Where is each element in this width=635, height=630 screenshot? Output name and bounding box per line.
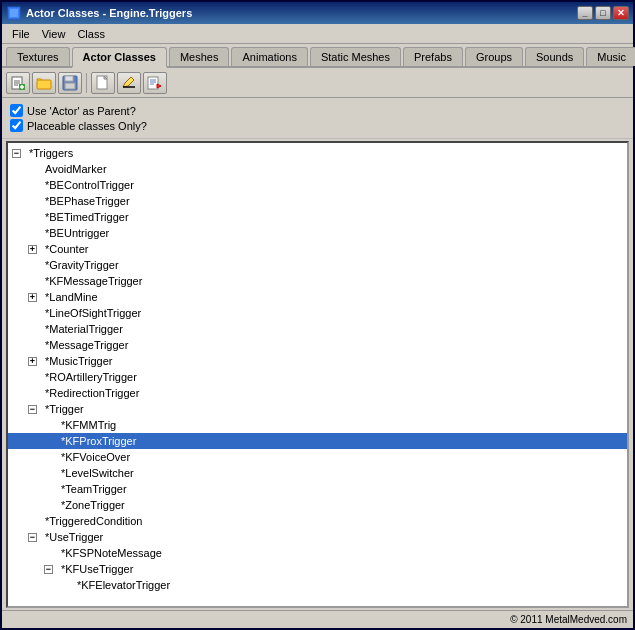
compile-button[interactable] bbox=[143, 72, 167, 94]
tree-expander[interactable]: − bbox=[28, 533, 37, 542]
tree-expander[interactable]: − bbox=[12, 149, 21, 158]
file-menu[interactable]: File bbox=[6, 26, 36, 42]
close-button[interactable]: ✕ bbox=[613, 6, 629, 20]
tree-item[interactable]: +*MusicTrigger bbox=[8, 353, 627, 369]
open-button[interactable] bbox=[32, 72, 56, 94]
tree-item[interactable]: *KFMMTrig bbox=[8, 417, 627, 433]
tab-actor-classes[interactable]: Actor Classes bbox=[72, 47, 167, 68]
tree-item[interactable]: *LevelSwitcher bbox=[8, 465, 627, 481]
tree-label: *Triggers bbox=[27, 147, 75, 159]
tree-item[interactable]: *TeamTrigger bbox=[8, 481, 627, 497]
tree-item[interactable]: *GravityTrigger bbox=[8, 257, 627, 273]
tree-label: *MaterialTrigger bbox=[43, 323, 125, 335]
tab-prefabs[interactable]: Prefabs bbox=[403, 47, 463, 66]
tree-label: *UseTrigger bbox=[43, 531, 105, 543]
tree-item[interactable]: *KFMessageTrigger bbox=[8, 273, 627, 289]
main-window: Actor Classes - Engine.Triggers _ □ ✕ Fi… bbox=[0, 0, 635, 630]
tree-expander[interactable]: + bbox=[28, 357, 37, 366]
placeable-only-checkbox[interactable] bbox=[10, 119, 23, 132]
tab-meshes[interactable]: Meshes bbox=[169, 47, 230, 66]
tree-item[interactable]: −*Triggers bbox=[8, 145, 627, 161]
new-file-button[interactable] bbox=[91, 72, 115, 94]
tree-label: *KFElevatorTrigger bbox=[75, 579, 172, 591]
tree-item[interactable]: *KFProxTrigger bbox=[8, 433, 627, 449]
tree-item[interactable]: *TriggeredCondition bbox=[8, 513, 627, 529]
tree-label: *BETimedTrigger bbox=[43, 211, 131, 223]
new-class-button[interactable] bbox=[6, 72, 30, 94]
tree-item[interactable]: *BEPhaseTrigger bbox=[8, 193, 627, 209]
tree-label: *RedirectionTrigger bbox=[43, 387, 141, 399]
tree-item[interactable]: *LineOfSightTrigger bbox=[8, 305, 627, 321]
tree-item[interactable]: −*Trigger bbox=[8, 401, 627, 417]
tree-expander[interactable]: + bbox=[28, 245, 37, 254]
save-button[interactable] bbox=[58, 72, 82, 94]
view-menu[interactable]: View bbox=[36, 26, 72, 42]
tree-item[interactable]: *BETimedTrigger bbox=[8, 209, 627, 225]
tab-static-meshes[interactable]: Static Meshes bbox=[310, 47, 401, 66]
tree-label: *KFVoiceOver bbox=[59, 451, 132, 463]
tree-label: *KFSPNoteMessage bbox=[59, 547, 164, 559]
minimize-button[interactable]: _ bbox=[577, 6, 593, 20]
edit-button[interactable] bbox=[117, 72, 141, 94]
tab-sounds[interactable]: Sounds bbox=[525, 47, 584, 66]
tree-item[interactable]: AvoidMarker bbox=[8, 161, 627, 177]
svg-marker-19 bbox=[157, 84, 161, 88]
tree-expander[interactable]: − bbox=[44, 565, 53, 574]
tree-container[interactable]: −*TriggersAvoidMarker*BEControlTrigger*B… bbox=[6, 141, 629, 608]
app-icon bbox=[6, 5, 22, 21]
window-controls: _ □ ✕ bbox=[577, 6, 629, 20]
tabs-container: Textures Actor Classes Meshes Animations… bbox=[2, 44, 633, 68]
class-menu[interactable]: Class bbox=[71, 26, 111, 42]
placeable-only-label[interactable]: Placeable classes Only? bbox=[27, 120, 147, 132]
tree-label: AvoidMarker bbox=[43, 163, 109, 175]
tree-item[interactable]: *BEUntrigger bbox=[8, 225, 627, 241]
copyright-text: © 2011 MetalMedved.com bbox=[510, 614, 627, 625]
use-actor-label[interactable]: Use 'Actor' as Parent? bbox=[27, 105, 136, 117]
tab-animations[interactable]: Animations bbox=[231, 47, 307, 66]
tree-label: *BEPhaseTrigger bbox=[43, 195, 132, 207]
tree-label: *LandMine bbox=[43, 291, 100, 303]
tree-label: *KFProxTrigger bbox=[59, 435, 138, 447]
tree-item[interactable]: *RedirectionTrigger bbox=[8, 385, 627, 401]
tree-label: *ROArtilleryTrigger bbox=[43, 371, 139, 383]
tree-label: *KFUseTrigger bbox=[59, 563, 135, 575]
tree-item[interactable]: −*KFUseTrigger bbox=[8, 561, 627, 577]
svg-rect-9 bbox=[37, 80, 51, 89]
content-area: Use 'Actor' as Parent? Placeable classes… bbox=[2, 68, 633, 628]
toolbar-separator-1 bbox=[86, 73, 87, 93]
tree-expander[interactable]: + bbox=[28, 293, 37, 302]
tree-label: *KFMMTrig bbox=[59, 419, 118, 431]
checks-area: Use 'Actor' as Parent? Placeable classes… bbox=[2, 98, 633, 139]
tree-label: *BEControlTrigger bbox=[43, 179, 136, 191]
tree-item[interactable]: *KFVoiceOver bbox=[8, 449, 627, 465]
tab-textures[interactable]: Textures bbox=[6, 47, 70, 66]
tree-item[interactable]: −*UseTrigger bbox=[8, 529, 627, 545]
tree-item[interactable]: *ZoneTrigger bbox=[8, 497, 627, 513]
tree-label: *TriggeredCondition bbox=[43, 515, 144, 527]
tree-item[interactable]: *KFElevatorTrigger bbox=[8, 577, 627, 593]
tree-expander[interactable]: − bbox=[28, 405, 37, 414]
placeable-only-row: Placeable classes Only? bbox=[10, 119, 625, 132]
tree-item[interactable]: +*Counter bbox=[8, 241, 627, 257]
tree-item[interactable]: *BEControlTrigger bbox=[8, 177, 627, 193]
tree-label: *LevelSwitcher bbox=[59, 467, 136, 479]
tab-music[interactable]: Music bbox=[586, 47, 635, 66]
tree-item[interactable]: +*LandMine bbox=[8, 289, 627, 305]
tree-item[interactable]: *MaterialTrigger bbox=[8, 321, 627, 337]
tab-groups[interactable]: Groups bbox=[465, 47, 523, 66]
tree-label: *BEUntrigger bbox=[43, 227, 111, 239]
footer: © 2011 MetalMedved.com bbox=[2, 610, 633, 628]
tree-item[interactable]: *MessageTrigger bbox=[8, 337, 627, 353]
use-actor-checkbox[interactable] bbox=[10, 104, 23, 117]
svg-rect-12 bbox=[65, 83, 75, 89]
tree-item[interactable]: *KFSPNoteMessage bbox=[8, 545, 627, 561]
tree-label: *MessageTrigger bbox=[43, 339, 130, 351]
tree-label: *Trigger bbox=[43, 403, 86, 415]
tree-item[interactable]: *ROArtilleryTrigger bbox=[8, 369, 627, 385]
tree-label: *KFMessageTrigger bbox=[43, 275, 144, 287]
tree-label: *Counter bbox=[43, 243, 90, 255]
tree-label: *ZoneTrigger bbox=[59, 499, 127, 511]
tree-label: *LineOfSightTrigger bbox=[43, 307, 143, 319]
tree-label: *TeamTrigger bbox=[59, 483, 129, 495]
maximize-button[interactable]: □ bbox=[595, 6, 611, 20]
